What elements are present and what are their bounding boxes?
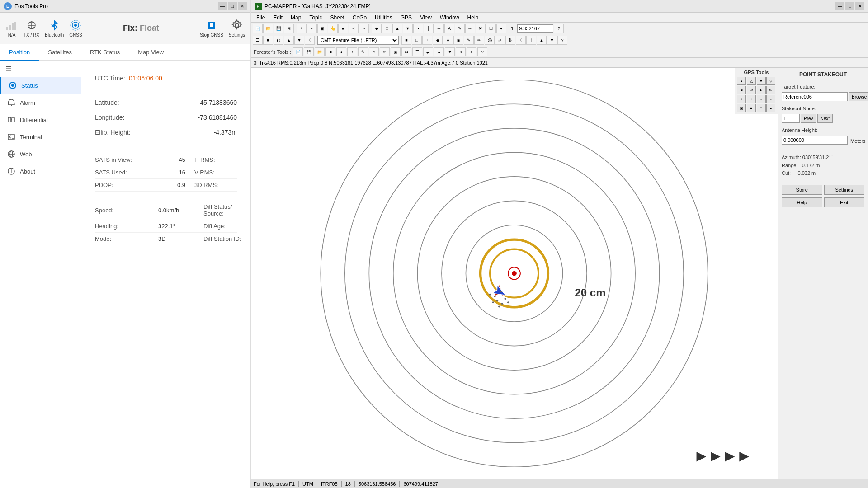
zoom-window-button[interactable]: ■ (338, 24, 348, 33)
zoom-prev-button[interactable]: < (349, 24, 359, 33)
minimize-button[interactable]: — (218, 2, 227, 10)
tb-btn-9[interactable]: □ (382, 24, 392, 33)
tab-map-view[interactable]: Map View (129, 44, 173, 61)
settings-toolbar-item[interactable]: Settings (229, 19, 245, 38)
ft-btn-17[interactable]: > (467, 47, 476, 56)
menu-view[interactable]: View (416, 14, 435, 22)
sidebar-toggle[interactable]: ☰ (0, 61, 81, 77)
na-toolbar-item[interactable]: N/A (5, 19, 18, 38)
tb2-btn-10[interactable]: ◆ (433, 36, 443, 45)
tb-btn-10[interactable]: ▲ (392, 24, 402, 33)
tb2-btn-15[interactable]: ⨂ (485, 36, 495, 45)
tab-rtk-status[interactable]: RTK Status (81, 44, 129, 61)
tb2-btn-19[interactable]: 〉 (526, 36, 536, 45)
ft-btn-15[interactable]: ▼ (445, 47, 455, 56)
close-button[interactable]: ✕ (238, 2, 247, 10)
zoom-fit-button[interactable]: ▣ (317, 24, 327, 33)
new-button[interactable]: 📄 (253, 24, 263, 33)
rp-minimize-button[interactable]: — (835, 2, 844, 10)
tb-btn-8[interactable]: ◆ (372, 24, 382, 33)
sidebar-item-alarm[interactable]: Alarm (0, 94, 81, 111)
tb2-btn-18[interactable]: 〈 (516, 36, 526, 45)
tb-btn-17[interactable]: ✏ (465, 24, 475, 33)
sidebar-item-differential[interactable]: Differential (0, 111, 81, 128)
tab-position[interactable]: Position (0, 44, 39, 61)
tb2-btn-6[interactable]: 〈 (305, 36, 315, 45)
tb2-btn-7[interactable]: ■ (401, 36, 411, 45)
store-button[interactable]: Store (782, 185, 822, 195)
ft-btn-13[interactable]: ⇄ (423, 47, 433, 56)
tb2-btn-5[interactable]: ▼ (294, 36, 304, 45)
tb2-btn-12[interactable]: ▣ (453, 36, 463, 45)
tb2-btn-13[interactable]: ✎ (464, 36, 474, 45)
menu-sheet[interactable]: Sheet (326, 14, 348, 22)
forward-arrows[interactable]: ►►►► (693, 446, 750, 465)
sidebar-item-about[interactable]: i About (0, 163, 81, 180)
ft-btn-6[interactable]: ! (347, 47, 357, 56)
tab-satellites[interactable]: Satellites (39, 44, 81, 61)
tb2-btn-2[interactable]: ■ (263, 36, 273, 45)
tb-btn-gps1[interactable]: ? (554, 24, 564, 33)
maximize-button[interactable]: □ (228, 2, 237, 10)
ft-btn-16[interactable]: < (456, 47, 466, 56)
zoom-next-button[interactable]: > (359, 24, 369, 33)
feature-file-select[interactable]: CMT Feature File (*.FTR) (317, 36, 399, 45)
help-button[interactable]: Help (782, 197, 822, 207)
tb2-btn-22[interactable]: ? (557, 36, 567, 45)
stakeout-node-input[interactable] (782, 114, 800, 123)
menu-topic[interactable]: Topic (306, 14, 326, 22)
tb2-btn-3[interactable]: ◐ (274, 36, 283, 45)
tb2-btn-16[interactable]: ⇄ (495, 36, 505, 45)
prev-button[interactable]: Prev (801, 114, 816, 123)
menu-help[interactable]: Help (464, 14, 482, 22)
tb-btn-11[interactable]: ▼ (403, 24, 413, 33)
ft-btn-7[interactable]: ✎ (358, 47, 368, 56)
menu-cogo[interactable]: CoGo (349, 14, 370, 22)
ft-btn-4[interactable]: ■ (326, 47, 335, 56)
ft-btn-18[interactable]: ? (477, 47, 487, 56)
menu-file[interactable]: File (253, 14, 269, 22)
bluetooth-toolbar-item[interactable]: Bluetooth (45, 19, 64, 38)
ft-btn-8[interactable]: A (369, 47, 379, 56)
open-button[interactable]: 📂 (263, 24, 273, 33)
menu-edit[interactable]: Edit (269, 14, 286, 22)
print-button[interactable]: 🖨 (284, 24, 294, 33)
menu-map[interactable]: Map (287, 14, 305, 22)
ft-btn-11[interactable]: ✉ (401, 47, 411, 56)
menu-gps[interactable]: GPS (397, 14, 415, 22)
sidebar-item-web[interactable]: Web (0, 145, 81, 163)
menu-utilities[interactable]: Utilities (371, 14, 396, 22)
tb-btn-18[interactable]: ✖ (476, 24, 486, 33)
tb2-btn-20[interactable]: ▲ (537, 36, 547, 45)
stop-gnss-toolbar-item[interactable]: Stop GNSS (200, 19, 223, 38)
next-button[interactable]: Next (817, 114, 833, 123)
ft-btn-14[interactable]: ▲ (434, 47, 444, 56)
tb-btn-13[interactable]: │ (424, 24, 434, 33)
sidebar-item-terminal[interactable]: Terminal (0, 128, 81, 145)
tb-btn-19[interactable]: ☐ (486, 24, 496, 33)
tb2-btn-14[interactable]: ✏ (474, 36, 484, 45)
pan-button[interactable]: 👆 (328, 24, 338, 33)
scale-input[interactable] (517, 24, 553, 33)
tb-btn-14[interactable]: ─ (434, 24, 444, 33)
tb2-btn-1[interactable]: ☰ (253, 36, 263, 45)
sidebar-item-status[interactable]: Status (0, 77, 81, 94)
tb-btn-20[interactable]: ● (496, 24, 506, 33)
rp-close-button[interactable]: ✕ (855, 2, 864, 10)
ft-btn-9[interactable]: ✏ (380, 47, 390, 56)
tb2-btn-8[interactable]: □ (412, 36, 422, 45)
ft-btn-3[interactable]: 📂 (315, 47, 325, 56)
ft-btn-1[interactable]: 📄 (293, 47, 303, 56)
tb2-btn-11[interactable]: A (443, 36, 453, 45)
save-button[interactable]: 💾 (274, 24, 283, 33)
txrx-toolbar-item[interactable]: TX / RX (24, 19, 39, 38)
tb2-btn-9[interactable]: + (422, 36, 432, 45)
tb2-btn-17[interactable]: ⇅ (505, 36, 515, 45)
menu-window[interactable]: Window (436, 14, 463, 22)
browse-button[interactable]: Browse (849, 92, 868, 101)
tb2-btn-4[interactable]: ▲ (284, 36, 294, 45)
ft-btn-12[interactable]: ☰ (412, 47, 422, 56)
gnss-toolbar-item[interactable]: GNSS (69, 19, 82, 38)
exit-button[interactable]: Exit (824, 197, 865, 207)
tb-btn-16[interactable]: ✎ (455, 24, 465, 33)
